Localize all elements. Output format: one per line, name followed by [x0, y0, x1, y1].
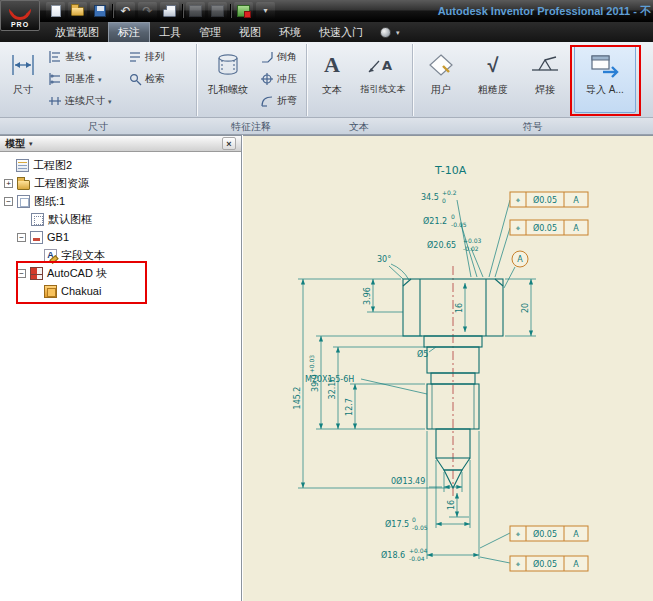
tool-button-disabled-1[interactable] [186, 2, 205, 19]
app-logo[interactable]: PRO [0, 0, 40, 31]
chain-dimension-label: 连续尺寸 [65, 94, 105, 108]
tree-item-sheet1[interactable]: − 图纸:1 [0, 192, 241, 210]
svg-text:0Ø13.49: 0Ø13.49 [391, 476, 425, 486]
technical-drawing: T-10A 34.5 +0.2 0 Ø21.2 0 -0.05 Ø20.65 +… [243, 136, 653, 601]
user-symbol-button[interactable]: 用户 [418, 45, 464, 113]
datum-flag: A [512, 251, 528, 267]
bend-button[interactable]: 折弯 [258, 91, 299, 111]
tab-annotate[interactable]: 标注 [108, 22, 150, 42]
svg-text:-0.05: -0.05 [451, 221, 467, 228]
punch-button[interactable]: 冲压 [258, 69, 299, 89]
dimension-button[interactable]: 尺寸 [2, 45, 44, 113]
svg-text:A: A [382, 58, 392, 73]
svg-text:20: 20 [521, 303, 530, 313]
group-label-text[interactable]: 文本 [306, 118, 412, 135]
retrieve-button[interactable]: 检索 [126, 69, 167, 89]
save-button[interactable] [90, 2, 109, 19]
drawing-canvas[interactable]: T-10A 34.5 +0.2 0 Ø21.2 0 -0.05 Ø20.65 +… [243, 135, 653, 601]
collapse-icon[interactable]: − [4, 197, 13, 206]
tree-item-drawing-resources[interactable]: + 工程图资源 [0, 174, 241, 192]
browser-title: 模型 [5, 137, 25, 151]
svg-text:Ø0.05: Ø0.05 [533, 223, 557, 233]
dimension-text: T-10A 34.5 +0.2 0 Ø21.2 0 -0.05 Ø20.65 +… [293, 164, 530, 562]
tab-tools[interactable]: 工具 [150, 22, 190, 42]
browser-header[interactable]: 模型 ▾ × [0, 136, 241, 152]
caret-down-icon: ▾ [263, 6, 267, 15]
resources-folder-icon [17, 180, 30, 190]
tool-button-disabled-2[interactable] [208, 2, 227, 19]
svg-text:+0.04: +0.04 [409, 547, 428, 554]
print-button[interactable] [160, 2, 179, 19]
weld-symbol-button[interactable]: 焊接 [522, 45, 568, 113]
arrange-label: 排列 [145, 50, 165, 64]
baseline-icon [48, 50, 62, 64]
svg-text:Ø17.5: Ø17.5 [385, 519, 409, 529]
undo-button[interactable]: ↶ [116, 2, 135, 19]
tab-view[interactable]: 视图 [230, 22, 270, 42]
material-button[interactable] [234, 2, 253, 19]
svg-text:16: 16 [447, 500, 456, 510]
leader-text-icon: A [366, 49, 400, 81]
expand-icon[interactable]: + [4, 179, 13, 188]
toolbar-separator [182, 4, 183, 18]
svg-text:Ø0.05: Ø0.05 [533, 195, 557, 205]
open-button[interactable] [68, 2, 87, 19]
svg-text:A: A [573, 560, 579, 569]
redo-button[interactable]: ↷ [138, 2, 157, 19]
tree-item-drawing2[interactable]: 工程图2 [0, 156, 241, 174]
svg-text:0: 0 [451, 213, 455, 220]
svg-text:Ø20.65: Ø20.65 [427, 240, 456, 250]
qat-customize-button[interactable]: ▾ [256, 2, 275, 19]
svg-text:0: 0 [412, 516, 416, 523]
tree-label: 图纸:1 [34, 194, 65, 209]
hole-thread-button[interactable]: 孔和螺纹 [200, 45, 256, 113]
surface-roughness-button[interactable]: √ 粗糙度 [468, 45, 518, 113]
svg-text:12.7: 12.7 [345, 398, 354, 416]
svg-text:3.96: 3.96 [363, 287, 372, 305]
baseline-label: 基线 [65, 50, 85, 64]
inventor-window: ↶ ↷ ▾ Autodesk Inventor Professional 201… [0, 0, 653, 601]
close-panel-button[interactable]: × [222, 137, 236, 150]
svg-text:-0.05: -0.05 [412, 524, 428, 531]
new-file-button[interactable] [46, 2, 65, 19]
group-label-symbols[interactable]: 符号 [412, 118, 653, 135]
text-button[interactable]: A 文本 [310, 45, 354, 113]
svg-text:⌖: ⌖ [516, 224, 521, 233]
leader-text-button[interactable]: A 指引线文本 [356, 45, 410, 113]
svg-text:A: A [573, 224, 579, 233]
gdt-frame-4: ⌖ Ø0.05 A [510, 556, 588, 571]
ribbon-appearance-icon[interactable] [380, 27, 391, 38]
tab-environments[interactable]: 环境 [270, 22, 310, 42]
caret-down-icon[interactable]: ▾ [396, 29, 400, 36]
svg-text:A: A [517, 255, 523, 264]
same-datum-button[interactable]: 同基准 ▾ [46, 69, 104, 89]
tree-item-default-border[interactable]: 默认图框 [0, 210, 241, 228]
svg-text:145.2: 145.2 [293, 387, 302, 410]
svg-text:Ø0.05: Ø0.05 [533, 559, 557, 569]
tree-item-gb1[interactable]: − GB1 [0, 228, 241, 246]
baseline-button[interactable]: 基线 ▾ [46, 47, 94, 67]
svg-text:Ø21.2: Ø21.2 [423, 216, 447, 226]
arrange-button[interactable]: 排列 [126, 47, 167, 67]
tab-place-views[interactable]: 放置视图 [46, 22, 108, 42]
field-text-icon: A [44, 249, 57, 262]
new-file-icon [51, 5, 61, 17]
title-block-icon [30, 231, 43, 244]
text-icon: A [324, 49, 340, 81]
group-label-dimension[interactable]: 尺寸 [0, 118, 196, 135]
gdt-frame-1: ⌖ Ø0.05 A [510, 192, 588, 207]
collapse-icon[interactable]: − [17, 233, 26, 242]
svg-text:M20X1.5-6H: M20X1.5-6H [305, 375, 354, 384]
tab-get-started[interactable]: 快速入门 [310, 22, 372, 42]
surface-roughness-label: 粗糙度 [478, 83, 508, 97]
caret-down-icon[interactable]: ▾ [29, 140, 33, 147]
print-icon [163, 9, 176, 17]
group-label-feature-notes[interactable]: 特征注释 [196, 118, 306, 135]
tab-manage[interactable]: 管理 [190, 22, 230, 42]
toolbar-separator [230, 4, 231, 18]
chamfer-icon [260, 50, 274, 64]
chain-dimension-button[interactable]: 连续尺寸 ▾ [46, 91, 114, 111]
chamfer-button[interactable]: 倒角 [258, 47, 299, 67]
undo-icon: ↶ [120, 5, 130, 17]
chain-dimension-icon [48, 94, 62, 108]
